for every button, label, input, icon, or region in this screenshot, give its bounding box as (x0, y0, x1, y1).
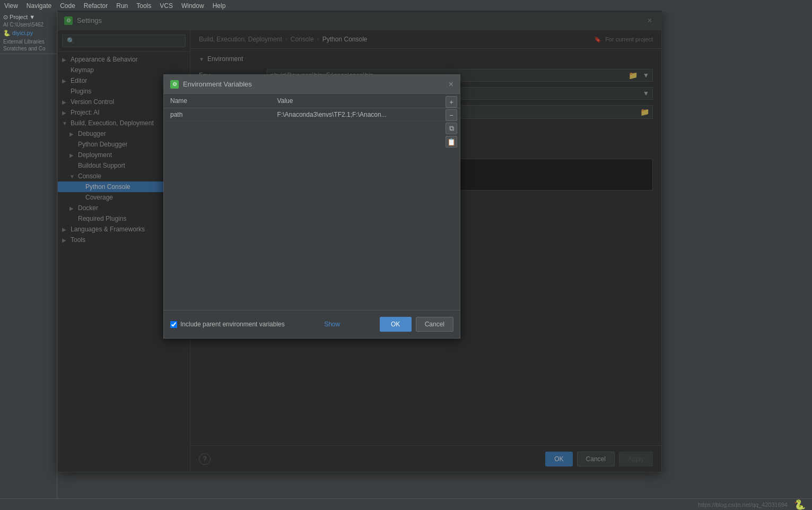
env-dialog-overlay: ⚙ Environment Variables × Name Value + −… (57, 11, 662, 472)
menu-navigate[interactable]: Navigate (27, 2, 51, 10)
python-icon: 🐍 (794, 499, 806, 511)
include-parent-label: Include parent environment variables (180, 321, 285, 328)
status-url: https://blog.csdn.net/qq_42031694 (698, 502, 788, 508)
status-bar: https://blog.csdn.net/qq_42031694 🐍 (0, 498, 812, 510)
menu-run[interactable]: Run (116, 2, 128, 10)
env-table-container: Name Value + − ⧉ 📋 path F:\Anaconda3 (164, 94, 460, 310)
menu-bar: View Navigate Code Refactor Run Tools VC… (0, 0, 812, 12)
menu-tools[interactable]: Tools (136, 2, 151, 10)
include-parent-row: Include parent environment variables (170, 321, 285, 328)
menu-help[interactable]: Help (213, 2, 226, 10)
env-table-content: path F:\Anaconda3\envs\TF2.1;F:\Anacon..… (164, 108, 460, 310)
env-dialog: ⚙ Environment Variables × Name Value + −… (163, 74, 460, 339)
env-ok-button[interactable]: OK (380, 317, 412, 332)
menu-code[interactable]: Code (60, 2, 75, 10)
menu-vcs[interactable]: VCS (160, 2, 173, 10)
env-dialog-icon: ⚙ (170, 80, 179, 89)
paste-env-var-button[interactable]: 📋 (446, 136, 457, 148)
env-cancel-button[interactable]: Cancel (416, 317, 453, 332)
add-env-var-button[interactable]: + (446, 96, 457, 108)
env-dialog-titlebar: ⚙ Environment Variables × (164, 75, 460, 94)
show-link[interactable]: Show (324, 321, 340, 328)
env-dialog-footer: Include parent environment variables Sho… (164, 310, 460, 338)
include-parent-checkbox[interactable] (170, 321, 177, 328)
col-value-header: Value (277, 97, 438, 105)
copy-env-var-button[interactable]: ⧉ (446, 123, 457, 134)
env-dialog-buttons: OK Cancel (380, 317, 453, 332)
menu-view[interactable]: View (4, 2, 18, 10)
menu-refactor[interactable]: Refactor (84, 2, 108, 10)
side-action-buttons: + − ⧉ 📋 (443, 94, 460, 150)
menu-window[interactable]: Window (181, 2, 204, 10)
env-table-header: Name Value (164, 94, 460, 108)
env-value-cell: F:\Anaconda3\envs\TF2.1;F:\Anacon... (277, 111, 438, 118)
env-dialog-close-button[interactable]: × (449, 80, 453, 89)
col-name-header: Name (170, 97, 277, 105)
env-dialog-title: Environment Variables (183, 80, 444, 88)
env-name-cell: path (170, 111, 277, 118)
ide-left-panel: ⊙ Project ▼ AI C:\Users\5462 🐍 diyici.py… (0, 12, 57, 498)
remove-env-var-button[interactable]: − (446, 109, 457, 121)
table-row[interactable]: path F:\Anaconda3\envs\TF2.1;F:\Anacon..… (164, 108, 460, 122)
